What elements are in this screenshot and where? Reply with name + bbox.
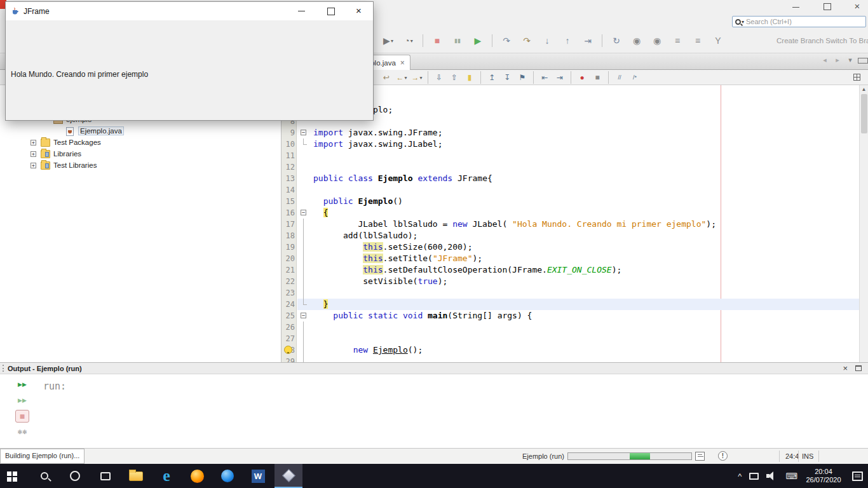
profile-project-button[interactable]: ◔▾ (400, 33, 417, 48)
record-macro-button[interactable]: ● (576, 71, 588, 84)
code-line-26[interactable]: 26 (281, 322, 868, 333)
step-over-expression-button[interactable]: ↷ (519, 33, 535, 48)
code-line-21[interactable]: 21 this.setDefaultCloseOperation(JFrame.… (281, 264, 868, 276)
split-editor-icon[interactable] (853, 74, 860, 81)
tree-item-test-packages[interactable]: +Test Packages (0, 137, 281, 149)
search-input[interactable] (746, 18, 863, 25)
code-line-25[interactable]: 25− public static void main(String[] arg… (281, 310, 868, 322)
code-line-18[interactable]: 18 add(lblSaludo); (281, 230, 868, 241)
continue-button[interactable]: ▶ (470, 33, 486, 48)
rerun-button[interactable]: ▶▶ (15, 378, 29, 391)
hint-lightbulb-icon[interactable] (284, 346, 292, 354)
code-line-17[interactable]: 17 JLabel lblSaludo = new JLabel( "Hola … (281, 219, 868, 230)
code-line-23[interactable]: 23 (281, 287, 868, 299)
tab-list-icon[interactable]: ▾ (845, 56, 855, 64)
step-out-button[interactable]: ↑ (559, 33, 576, 48)
stop-build-button[interactable]: ■ (15, 410, 29, 423)
previous-bookmark-button[interactable]: ↥ (485, 71, 498, 84)
tab-close-icon[interactable] (400, 60, 405, 66)
taskbar-clock[interactable]: 20:04 26/07/2020 (804, 468, 843, 484)
code-line-14[interactable]: 14 (281, 184, 868, 196)
toggle-bookmark-button[interactable]: ⚑ (516, 71, 529, 84)
file-explorer-button[interactable] (122, 464, 150, 488)
find-selection-forward-button[interactable]: ⇩ (433, 71, 445, 84)
fold-collapse-icon[interactable]: − (301, 130, 306, 135)
scroll-left-icon[interactable]: ◂ (820, 56, 830, 64)
apply-code-changes-button[interactable]: ↻ (608, 33, 625, 48)
scroll-right-icon[interactable]: ▸ (832, 56, 843, 64)
jframe-window[interactable]: JFrame × Hola Mundo. Creando mi primer e… (5, 1, 374, 121)
scroll-up-icon[interactable]: ▲ (860, 85, 868, 93)
tree-item-libraries[interactable]: +Libraries (0, 149, 281, 160)
maximize-editor-icon[interactable] (858, 58, 868, 64)
rerun-with-options-button[interactable]: ▶▶ (15, 394, 29, 407)
ant-settings-button[interactable]: ✻✻ (15, 426, 29, 438)
code-line-10[interactable]: 10import javax.swing.JLabel; (281, 139, 868, 150)
code-line-27[interactable]: 27 (281, 333, 868, 344)
fold-collapse-icon[interactable]: − (301, 313, 306, 318)
code-line-12[interactable]: 12 (281, 161, 868, 173)
word-button[interactable]: W (244, 464, 272, 488)
output-close-icon[interactable]: × (843, 363, 848, 373)
edge-button[interactable]: e (153, 464, 180, 488)
minimize-icon[interactable] (790, 1, 802, 11)
git-branch-button[interactable]: Y (710, 33, 726, 48)
task-view-button[interactable] (92, 464, 119, 488)
step-over-button[interactable]: ↷ (498, 33, 515, 48)
close-icon[interactable]: × (851, 1, 863, 11)
drag-grip-icon[interactable] (3, 365, 4, 372)
action-center-icon[interactable] (852, 471, 863, 481)
vm-telemetry-button[interactable]: ≡ (669, 33, 686, 48)
shift-left-button[interactable]: ⇤ (538, 71, 551, 84)
code-line-24[interactable]: 24 } (281, 299, 868, 310)
shift-right-button[interactable]: ⇥ (553, 71, 566, 84)
stop-macro-button[interactable]: ■ (591, 71, 604, 84)
firefox-button[interactable] (183, 464, 211, 488)
code-line-22[interactable]: 22 setVisible(true); (281, 276, 868, 287)
cortana-button[interactable] (61, 464, 89, 488)
jframe-maximize-icon[interactable] (316, 2, 344, 20)
tray-expand-icon[interactable]: ^ (738, 471, 742, 481)
start-button[interactable] (0, 464, 28, 488)
code-line-20[interactable]: 20 this.setTitle("JFrame"); (281, 253, 868, 264)
next-bookmark-button[interactable]: ↧ (501, 71, 513, 84)
quick-search[interactable]: ▾ (732, 16, 866, 27)
profile-points-button[interactable]: ◉ (649, 33, 665, 48)
tree-item-test-libraries[interactable]: +Test Libraries (0, 160, 281, 172)
keyboard-icon[interactable]: ⌨ (785, 471, 797, 481)
uncomment-button[interactable]: /* (628, 71, 641, 84)
output-header[interactable]: Output - Ejemplo (run) × (0, 363, 868, 374)
threads-button[interactable]: ≡ (689, 33, 706, 48)
code-line-16[interactable]: 16− { (281, 207, 868, 219)
code-line-28[interactable]: 28 new Ejemplo(); (281, 344, 868, 356)
stop-button[interactable]: ■ (429, 33, 445, 48)
tree-expander-icon[interactable]: + (31, 163, 36, 168)
maximize-icon[interactable] (821, 1, 832, 11)
volume-icon[interactable] (766, 471, 778, 480)
jframe-minimize-icon[interactable] (287, 2, 316, 20)
run-to-cursor-button[interactable]: ⇥ (580, 33, 596, 48)
last-edit-location-button[interactable]: ↩ (380, 71, 393, 84)
find-selection-backward-button[interactable]: ⇧ (448, 71, 461, 84)
git-branch-actions[interactable]: Create Branch Switch To Bra (776, 37, 868, 44)
pause-button[interactable]: ▮▮ (449, 33, 466, 48)
editor-scrollbar[interactable]: ▲ (859, 85, 868, 362)
back-button[interactable]: ←▾ (395, 71, 408, 84)
blue-app-button[interactable] (214, 464, 241, 488)
jframe-titlebar[interactable]: JFrame × (6, 2, 373, 20)
forward-button[interactable]: →▾ (410, 71, 423, 84)
debug-project-button[interactable]: ▶▾ (380, 33, 397, 48)
comment-button[interactable]: // (613, 71, 626, 84)
fold-collapse-icon[interactable]: − (301, 210, 306, 215)
toggle-highlight-search-button[interactable]: ▮ (463, 71, 476, 84)
notifications-icon[interactable] (718, 451, 728, 461)
code-line-29[interactable]: 29 (281, 356, 868, 362)
code-editor[interactable]: 567package ejemplo;89−import javax.swing… (281, 85, 868, 362)
code-line-15[interactable]: 15 public Ejemplo() (281, 196, 868, 207)
take-snapshot-button[interactable]: ◉ (628, 33, 645, 48)
tree-item-ejemplo-java[interactable]: Ejemplo.java (0, 126, 281, 137)
taskbar-search-button[interactable] (31, 464, 58, 488)
netbeans-button[interactable] (275, 464, 302, 488)
scrollbar-thumb[interactable] (861, 94, 867, 133)
jframe-close-icon[interactable]: × (344, 2, 373, 20)
